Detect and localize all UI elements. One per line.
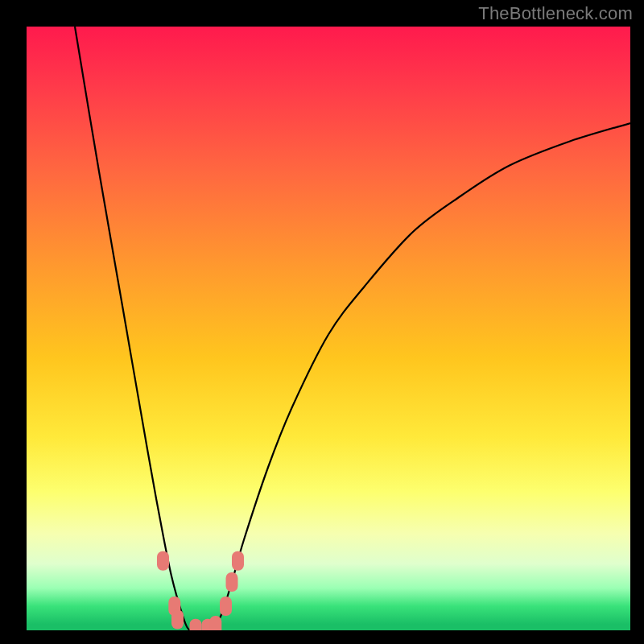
chart-plot-area [27,27,630,630]
curve-marker [171,610,184,630]
bottleneck-curve-path [75,27,630,630]
curve-marker [220,597,232,616]
bottleneck-curve-svg [27,27,630,630]
curve-markers-group [157,551,244,630]
curve-marker [190,619,202,630]
curve-marker [209,616,221,630]
curve-marker [232,551,244,571]
watermark-text: TheBottleneck.com [478,3,633,24]
curve-marker [157,551,169,571]
curve-marker [226,572,238,592]
